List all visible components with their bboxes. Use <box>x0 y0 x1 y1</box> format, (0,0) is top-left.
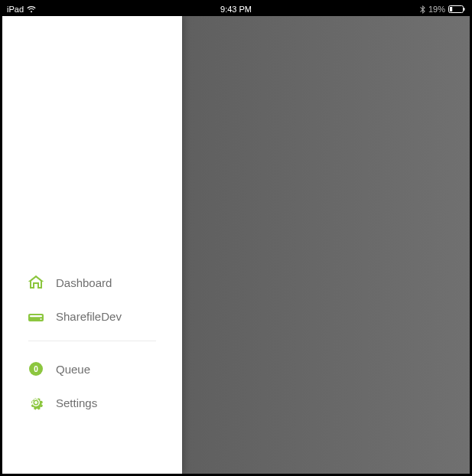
sidebar-item-label: Queue <box>56 363 90 376</box>
sidebar-divider <box>28 341 156 341</box>
status-bar: iPad 9:43 PM 19% <box>2 2 470 16</box>
battery-icon <box>448 5 465 13</box>
sidebar-item-settings[interactable]: Settings <box>28 386 156 419</box>
status-left: iPad <box>7 5 36 14</box>
wifi-icon <box>27 6 36 13</box>
sidebar-menu: Dashboard SharefileDev 0 Queue Settin <box>2 266 182 419</box>
device-label: iPad <box>7 5 24 14</box>
sidebar-item-queue[interactable]: 0 Queue <box>28 352 156 386</box>
status-right: 19% <box>420 5 465 14</box>
drive-icon <box>28 308 44 324</box>
queue-count-badge: 0 <box>29 362 43 376</box>
svg-rect-3 <box>28 314 44 321</box>
battery-percent: 19% <box>428 5 445 14</box>
svg-rect-2 <box>464 8 465 11</box>
sidebar-item-label: SharefileDev <box>56 310 122 323</box>
bluetooth-icon <box>420 5 425 14</box>
home-icon <box>28 275 44 290</box>
status-time: 9:43 PM <box>220 5 252 14</box>
sidebar-item-label: Dashboard <box>56 276 112 289</box>
queue-badge-icon: 0 <box>28 361 44 377</box>
svg-rect-4 <box>30 315 42 317</box>
gear-icon <box>28 395 44 410</box>
svg-point-5 <box>41 318 42 320</box>
svg-rect-1 <box>450 7 452 11</box>
sidebar: Dashboard SharefileDev 0 Queue Settin <box>2 16 182 474</box>
sidebar-item-sharefiledev[interactable]: SharefileDev <box>28 299 156 333</box>
app-area: Dashboard SharefileDev 0 Queue Settin <box>2 16 470 474</box>
sidebar-item-dashboard[interactable]: Dashboard <box>28 266 156 299</box>
sidebar-item-label: Settings <box>56 396 97 409</box>
